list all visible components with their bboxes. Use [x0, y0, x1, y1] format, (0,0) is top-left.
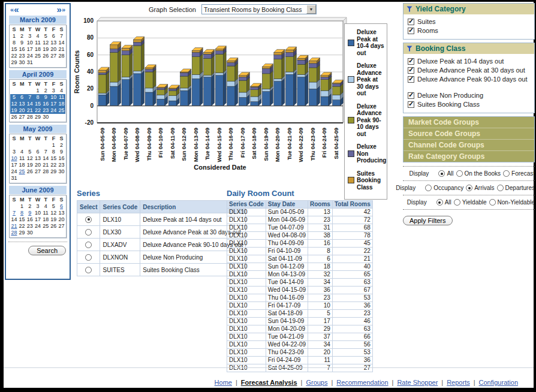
display-option[interactable]: Departures [497, 185, 535, 191]
footer-link-rate-shopper[interactable]: Rate Shopper [397, 379, 438, 386]
calendar-day[interactable]: 17 [10, 162, 18, 168]
calendar-day[interactable]: 24 [50, 107, 58, 114]
calendar-day[interactable]: 6 [34, 149, 41, 155]
calendar-day[interactable]: 25 [42, 223, 50, 230]
calendar-day[interactable]: 23 [18, 53, 26, 59]
calendar-day[interactable]: 4 [18, 149, 26, 155]
calendar-day[interactable]: 8 [10, 40, 18, 46]
calendar-day[interactable]: 6 [18, 94, 26, 101]
calendar-day[interactable]: 20 [34, 162, 41, 168]
calendar-day[interactable]: 9 [58, 149, 65, 155]
calendar-day[interactable]: 14 [10, 216, 18, 223]
calendar-day[interactable]: 17 [50, 101, 58, 107]
calendar-day[interactable]: 28 [58, 53, 65, 59]
calendar-day[interactable]: 16 [26, 216, 34, 223]
group-header-rate-category-groups[interactable]: Rate Category Groups [403, 151, 534, 162]
calendar-day[interactable]: 31 [26, 59, 34, 66]
calendar-day[interactable]: 11 [58, 94, 65, 101]
calendar-day[interactable]: 5 [42, 33, 50, 40]
calendar-day[interactable]: 1 [34, 88, 41, 94]
calendar-day[interactable]: 3 [34, 203, 41, 210]
calendar-day[interactable]: 23 [26, 223, 34, 230]
calendar-day[interactable]: 10 [34, 210, 41, 216]
calendar-day[interactable]: 24 [26, 53, 34, 59]
calendar-day[interactable]: 5 [50, 203, 58, 210]
footer-link-home[interactable]: Home [215, 379, 232, 386]
calendar-day[interactable]: 14 [58, 40, 65, 46]
calendar-day[interactable]: 16 [58, 155, 65, 162]
calendar-day[interactable]: 24 [10, 168, 18, 175]
calendar-day[interactable]: 7 [10, 210, 18, 216]
calendar-day[interactable]: 31 [10, 175, 18, 182]
calendar-day[interactable]: 18 [18, 162, 26, 168]
calendar-day[interactable]: 19 [10, 107, 18, 114]
calendar-day[interactable]: 15 [10, 46, 18, 53]
calendar-day[interactable]: 1 [50, 142, 58, 149]
calendar-day[interactable]: 17 [26, 46, 34, 53]
calendar-day[interactable]: 13 [34, 155, 41, 162]
filter-checkbox-row[interactable]: Suites [408, 18, 531, 25]
next-fast-arrow-icon[interactable]: » [62, 5, 65, 14]
checkbox[interactable] [408, 19, 414, 25]
filter-checkbox-row[interactable]: Suites Booking Class [408, 101, 531, 108]
group-header-market-code-groups[interactable]: Market Code Groups [403, 117, 534, 128]
checkbox[interactable] [408, 28, 414, 34]
calendar-day[interactable]: 30 [42, 114, 50, 120]
display-radio[interactable] [454, 199, 460, 206]
calendar-day[interactable]: 19 [26, 162, 34, 168]
calendar-day[interactable]: 19 [50, 216, 58, 223]
calendar-day[interactable]: 12 [42, 40, 50, 46]
calendar-day[interactable]: 9 [18, 40, 26, 46]
calendar-day[interactable]: 7 [42, 149, 50, 155]
calendar-day[interactable]: 29 [10, 59, 18, 66]
display-radio[interactable] [438, 170, 445, 177]
display-option[interactable]: Yieldable [454, 199, 487, 206]
display-radio[interactable] [466, 185, 472, 191]
display-option[interactable]: Non-Yieldable [489, 199, 535, 206]
calendar-day[interactable]: 25 [58, 107, 65, 114]
calendar-day[interactable]: 13 [50, 40, 58, 46]
calendar-day[interactable]: 25 [34, 53, 41, 59]
series-radio[interactable] [85, 242, 92, 248]
calendar-day[interactable]: 4 [58, 88, 65, 94]
calendar-day[interactable]: 10 [50, 94, 58, 101]
calendar-day[interactable]: 11 [34, 40, 41, 46]
checkbox[interactable] [408, 101, 414, 108]
calendar-day[interactable]: 5 [26, 149, 34, 155]
yield-category-header[interactable]: Yield Category [403, 4, 534, 14]
display-radio[interactable] [489, 199, 496, 206]
calendar-day[interactable]: 16 [18, 46, 26, 53]
calendar-day[interactable]: 14 [26, 101, 34, 107]
calendar-day[interactable]: 27 [34, 168, 41, 175]
calendar-day[interactable]: 19 [42, 46, 50, 53]
calendar-day[interactable]: 1 [10, 33, 18, 40]
calendar-day[interactable]: 17 [34, 216, 41, 223]
display-option[interactable]: All [438, 170, 453, 177]
calendar-day[interactable]: 6 [50, 33, 58, 40]
calendar-day[interactable]: 21 [26, 107, 34, 114]
calendar-day[interactable]: 26 [50, 223, 58, 230]
calendar-day[interactable]: 13 [58, 210, 65, 216]
calendar-day[interactable]: 9 [42, 94, 50, 101]
calendar-day[interactable]: 20 [18, 107, 26, 114]
calendar-day[interactable]: 25 [18, 168, 26, 175]
group-header-source-code-groups[interactable]: Source Code Groups [403, 128, 534, 140]
calendar-day[interactable]: 18 [42, 216, 50, 223]
calendar-day[interactable]: 8 [34, 94, 41, 101]
calendar-day[interactable]: 29 [50, 168, 58, 175]
footer-link-configuration[interactable]: Configuration [479, 379, 518, 386]
calendar-day[interactable]: 2 [18, 33, 26, 40]
calendar-day[interactable]: 21 [42, 162, 50, 168]
calendar-day[interactable]: 22 [10, 53, 18, 59]
booking-class-header[interactable]: Booking Class [403, 43, 534, 54]
calendar-day[interactable]: 5 [10, 94, 18, 101]
calendar-day[interactable]: 20 [50, 46, 58, 53]
calendar-day[interactable]: 18 [58, 101, 65, 107]
calendar-day[interactable]: 22 [50, 162, 58, 168]
calendar-day[interactable]: 6 [58, 203, 65, 210]
display-option[interactable]: Arrivals [466, 185, 494, 191]
checkbox[interactable] [408, 58, 414, 65]
calendar-day[interactable]: 23 [42, 107, 50, 114]
calendar-day[interactable]: 26 [42, 53, 50, 59]
series-radio[interactable] [85, 216, 92, 223]
